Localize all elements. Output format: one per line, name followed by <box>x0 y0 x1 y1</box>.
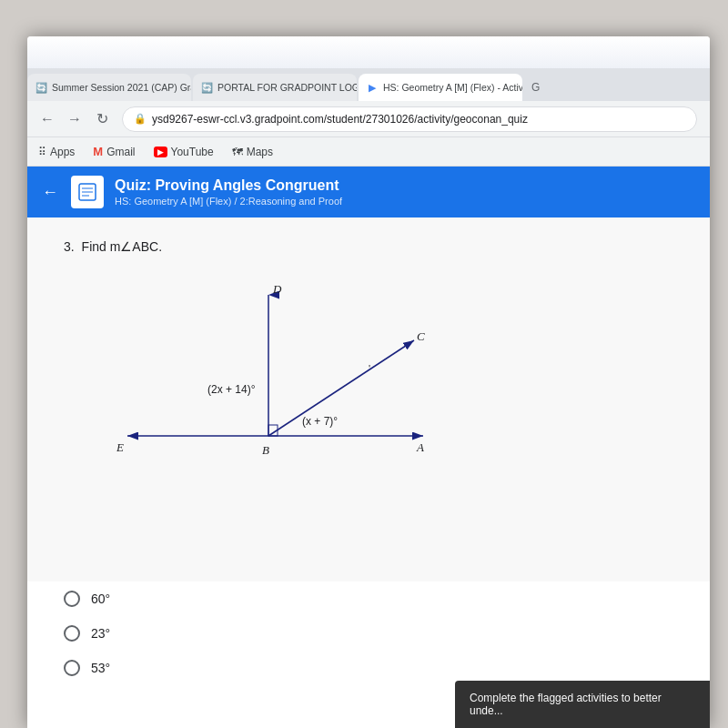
option-1[interactable]: 60° <box>64 591 673 607</box>
tab-3-icon: ▶ <box>366 81 379 94</box>
apps-label: Apps <box>50 146 75 158</box>
quiz-title: Quiz: Proving Angles Congruent <box>115 177 342 194</box>
bookmark-youtube[interactable]: ▶ YouTube <box>150 144 217 160</box>
tab-bar: 🔄 Summer Session 2021 (CAP) Gra... ✕ 🔄 P… <box>27 68 710 101</box>
tab-1[interactable]: 🔄 Summer Session 2021 (CAP) Gra... ✕ <box>27 74 191 101</box>
page-content: ← Quiz: Proving Angles Congruent HS: Geo… <box>27 167 710 728</box>
option-2-label: 23° <box>91 626 110 641</box>
option-1-label: 60° <box>91 592 110 606</box>
quiz-back-button[interactable]: ← <box>42 183 58 202</box>
youtube-icon: ▶ <box>154 147 167 157</box>
maps-label: Maps <box>247 146 273 158</box>
tab-4[interactable]: G <box>524 74 547 101</box>
apps-icon: ⠿ <box>38 146 46 158</box>
svg-line-11 <box>268 340 414 436</box>
question-text: 3. Find m∠ABC. <box>64 239 673 254</box>
tab-4-label: G <box>531 81 540 94</box>
bookmark-maps[interactable]: 🗺 Maps <box>228 144 277 160</box>
bookmark-gmail[interactable]: M Gmail <box>89 143 138 160</box>
option-3-label: 53° <box>91 661 110 675</box>
radio-1[interactable] <box>64 591 80 607</box>
quiz-header: ← Quiz: Proving Angles Congruent HS: Geo… <box>27 167 710 217</box>
youtube-label: YouTube <box>171 146 214 158</box>
question-area: 3. Find m∠ABC. <box>27 217 710 581</box>
svg-text:C: C <box>417 329 425 343</box>
svg-text:(2x + 14)°: (2x + 14)° <box>207 383 256 396</box>
question-number: 3. <box>64 239 75 254</box>
svg-text:B: B <box>262 443 269 457</box>
svg-text:D: D <box>272 282 282 296</box>
tab-3-label: HS: Geometry A [M] (Flex) - Activ... <box>383 82 522 93</box>
tab-3[interactable]: ▶ HS: Geometry A [M] (Flex) - Activ... ✕ <box>359 74 522 101</box>
radio-3[interactable] <box>64 660 80 676</box>
option-3[interactable]: 53° <box>64 660 673 676</box>
screen: 🔄 Summer Session 2021 (CAP) Gra... ✕ 🔄 P… <box>27 36 710 728</box>
quiz-icon <box>71 176 104 208</box>
forward-button[interactable]: → <box>62 106 87 132</box>
svg-text:A: A <box>416 440 424 454</box>
address-bar-row: ← → ↻ 🔒 ysd9267-eswr-ccl.v3.gradpoint.co… <box>27 101 710 137</box>
tab-2[interactable]: 🔄 PORTAL FOR GRADPOINT LOGIN ✕ <box>193 74 357 101</box>
geometry-diagram: A --> D (upward) --> C (upper right diag… <box>100 272 446 472</box>
svg-text:E: E <box>116 440 124 454</box>
gmail-label: Gmail <box>106 146 135 158</box>
tab-1-icon: 🔄 <box>35 81 47 94</box>
lock-icon: 🔒 <box>134 113 147 125</box>
tab-2-label: PORTAL FOR GRADPOINT LOGIN <box>217 82 357 93</box>
refresh-button[interactable]: ↻ <box>89 106 115 132</box>
tab-1-label: Summer Session 2021 (CAP) Gra... <box>52 82 191 93</box>
back-button[interactable]: ← <box>35 106 60 132</box>
toast-notification: Complete the flagged activities to bette… <box>455 681 710 728</box>
svg-text:': ' <box>369 363 370 374</box>
address-text: ysd9267-eswr-ccl.v3.gradpoint.com/studen… <box>152 113 528 126</box>
tab-2-icon: 🔄 <box>200 81 213 94</box>
radio-2[interactable] <box>64 625 80 642</box>
svg-text:(x + 7)°: (x + 7)° <box>302 415 338 428</box>
gmail-icon: M <box>93 145 103 158</box>
toast-text: Complete the flagged activities to bette… <box>470 692 662 717</box>
screen-glare <box>27 36 710 68</box>
bookmarks-bar: ⠿ Apps M Gmail ▶ YouTube 🗺 Maps <box>27 137 710 167</box>
quiz-title-block: Quiz: Proving Angles Congruent HS: Geome… <box>115 177 342 207</box>
address-input[interactable]: 🔒 ysd9267-eswr-ccl.v3.gradpoint.com/stud… <box>122 106 697 132</box>
browser-window: 🔄 Summer Session 2021 (CAP) Gra... ✕ 🔄 P… <box>27 68 710 728</box>
option-2[interactable]: 23° <box>64 625 673 642</box>
quiz-subtitle: HS: Geometry A [M] (Flex) / 2:Reasoning … <box>115 196 342 207</box>
maps-icon: 🗺 <box>232 146 243 158</box>
question-body: Find m∠ABC. <box>82 239 162 254</box>
bookmark-apps[interactable]: ⠿ Apps <box>35 144 78 160</box>
